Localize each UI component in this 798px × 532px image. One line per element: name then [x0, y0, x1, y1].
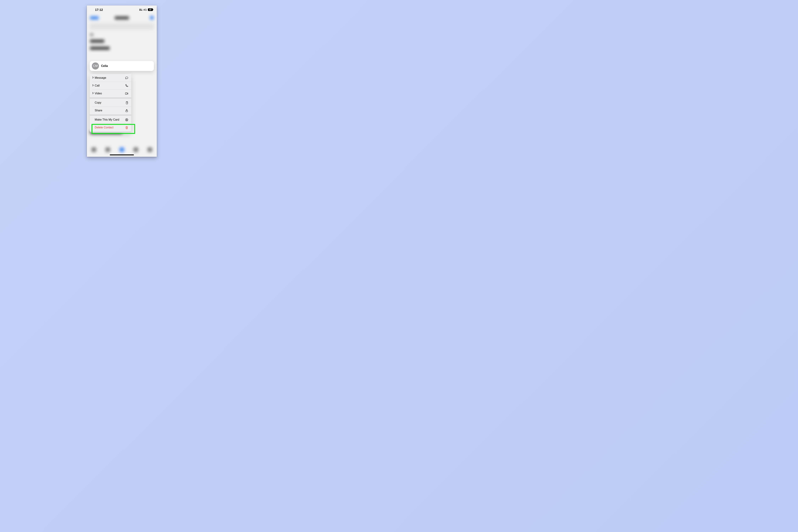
- status-bar: 17:12 4G 87: [87, 5, 157, 13]
- person-circle-icon: [125, 118, 128, 121]
- menu-item-share[interactable]: Share: [90, 107, 131, 114]
- chevron-right-icon: [92, 92, 94, 95]
- svg-point-4: [126, 119, 127, 120]
- menu-label: Message: [95, 76, 106, 79]
- contact-name: Celia: [101, 64, 108, 68]
- trash-icon: [125, 126, 128, 129]
- menu-item-call[interactable]: Call: [90, 82, 131, 90]
- menu-item-copy[interactable]: Copy: [90, 99, 131, 107]
- context-menu: Message Call Video: [90, 74, 131, 133]
- menu-item-delete-contact[interactable]: Delete Contact: [90, 124, 131, 131]
- video-icon: [125, 92, 128, 95]
- menu-item-message[interactable]: Message: [90, 74, 131, 82]
- chevron-right-icon: [92, 84, 94, 87]
- menu-label: Video: [95, 92, 102, 95]
- menu-label: Delete Contact: [95, 126, 114, 129]
- copy-icon: [125, 101, 128, 104]
- message-icon: [125, 76, 128, 80]
- menu-label: Copy: [95, 101, 101, 104]
- chevron-right-icon: [92, 76, 94, 79]
- battery-icon: 87: [148, 8, 153, 11]
- menu-label: Call: [95, 84, 100, 87]
- menu-item-video[interactable]: Video: [90, 90, 131, 97]
- menu-item-make-my-card[interactable]: Make This My Card: [90, 116, 131, 124]
- svg-rect-0: [125, 93, 127, 94]
- svg-rect-1: [126, 102, 128, 104]
- battery-level: 87: [149, 9, 151, 11]
- share-icon: [125, 109, 128, 112]
- network-label: 4G: [143, 8, 147, 11]
- signal-icon: [139, 9, 142, 11]
- phone-frame: 17:12 4G 87 CM Celia Message: [87, 5, 157, 157]
- avatar-initials: CM: [93, 64, 98, 68]
- phone-icon: [125, 84, 128, 88]
- home-indicator: [110, 154, 134, 155]
- contact-preview-card[interactable]: CM Celia: [90, 61, 154, 71]
- menu-label: Make This My Card: [95, 118, 119, 121]
- status-time: 17:12: [95, 8, 103, 12]
- menu-label: Share: [95, 109, 102, 112]
- avatar: CM: [92, 62, 99, 70]
